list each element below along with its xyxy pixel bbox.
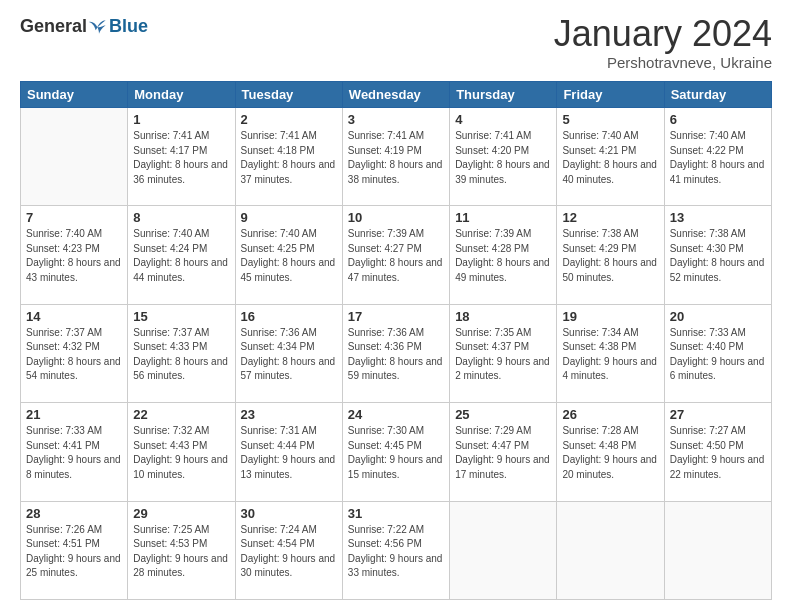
col-friday: Friday bbox=[557, 82, 664, 108]
logo-blue-text: Blue bbox=[109, 16, 148, 37]
day-number: 27 bbox=[670, 407, 766, 422]
day-number: 13 bbox=[670, 210, 766, 225]
day-number: 26 bbox=[562, 407, 658, 422]
col-saturday: Saturday bbox=[664, 82, 771, 108]
header: General Blue January 2024 Pershotravneve… bbox=[20, 16, 772, 71]
day-number: 9 bbox=[241, 210, 337, 225]
day-info: Sunrise: 7:38 AMSunset: 4:29 PMDaylight:… bbox=[562, 227, 658, 285]
day-info: Sunrise: 7:33 AMSunset: 4:41 PMDaylight:… bbox=[26, 424, 122, 482]
table-row: 13Sunrise: 7:38 AMSunset: 4:30 PMDayligh… bbox=[664, 206, 771, 304]
table-row: 14Sunrise: 7:37 AMSunset: 4:32 PMDayligh… bbox=[21, 304, 128, 402]
day-number: 30 bbox=[241, 506, 337, 521]
day-info: Sunrise: 7:32 AMSunset: 4:43 PMDaylight:… bbox=[133, 424, 229, 482]
day-number: 16 bbox=[241, 309, 337, 324]
day-info: Sunrise: 7:33 AMSunset: 4:40 PMDaylight:… bbox=[670, 326, 766, 384]
day-number: 24 bbox=[348, 407, 444, 422]
day-info: Sunrise: 7:40 AMSunset: 4:23 PMDaylight:… bbox=[26, 227, 122, 285]
calendar-week-row: 21Sunrise: 7:33 AMSunset: 4:41 PMDayligh… bbox=[21, 403, 772, 501]
day-number: 6 bbox=[670, 112, 766, 127]
table-row: 18Sunrise: 7:35 AMSunset: 4:37 PMDayligh… bbox=[450, 304, 557, 402]
table-row: 17Sunrise: 7:36 AMSunset: 4:36 PMDayligh… bbox=[342, 304, 449, 402]
day-info: Sunrise: 7:39 AMSunset: 4:28 PMDaylight:… bbox=[455, 227, 551, 285]
table-row: 15Sunrise: 7:37 AMSunset: 4:33 PMDayligh… bbox=[128, 304, 235, 402]
col-monday: Monday bbox=[128, 82, 235, 108]
table-row: 24Sunrise: 7:30 AMSunset: 4:45 PMDayligh… bbox=[342, 403, 449, 501]
day-info: Sunrise: 7:36 AMSunset: 4:36 PMDaylight:… bbox=[348, 326, 444, 384]
day-number: 18 bbox=[455, 309, 551, 324]
day-info: Sunrise: 7:37 AMSunset: 4:32 PMDaylight:… bbox=[26, 326, 122, 384]
day-info: Sunrise: 7:40 AMSunset: 4:21 PMDaylight:… bbox=[562, 129, 658, 187]
table-row bbox=[664, 501, 771, 599]
day-info: Sunrise: 7:24 AMSunset: 4:54 PMDaylight:… bbox=[241, 523, 337, 581]
table-row: 26Sunrise: 7:28 AMSunset: 4:48 PMDayligh… bbox=[557, 403, 664, 501]
day-number: 23 bbox=[241, 407, 337, 422]
day-number: 7 bbox=[26, 210, 122, 225]
table-row: 9Sunrise: 7:40 AMSunset: 4:25 PMDaylight… bbox=[235, 206, 342, 304]
day-info: Sunrise: 7:25 AMSunset: 4:53 PMDaylight:… bbox=[133, 523, 229, 581]
table-row: 22Sunrise: 7:32 AMSunset: 4:43 PMDayligh… bbox=[128, 403, 235, 501]
title-section: January 2024 Pershotravneve, Ukraine bbox=[554, 16, 772, 71]
location-subtitle: Pershotravneve, Ukraine bbox=[554, 54, 772, 71]
day-info: Sunrise: 7:41 AMSunset: 4:19 PMDaylight:… bbox=[348, 129, 444, 187]
table-row: 11Sunrise: 7:39 AMSunset: 4:28 PMDayligh… bbox=[450, 206, 557, 304]
day-number: 12 bbox=[562, 210, 658, 225]
calendar-week-row: 14Sunrise: 7:37 AMSunset: 4:32 PMDayligh… bbox=[21, 304, 772, 402]
table-row: 21Sunrise: 7:33 AMSunset: 4:41 PMDayligh… bbox=[21, 403, 128, 501]
table-row: 8Sunrise: 7:40 AMSunset: 4:24 PMDaylight… bbox=[128, 206, 235, 304]
day-number: 31 bbox=[348, 506, 444, 521]
day-number: 14 bbox=[26, 309, 122, 324]
calendar-table: Sunday Monday Tuesday Wednesday Thursday… bbox=[20, 81, 772, 600]
table-row: 25Sunrise: 7:29 AMSunset: 4:47 PMDayligh… bbox=[450, 403, 557, 501]
table-row: 1Sunrise: 7:41 AMSunset: 4:17 PMDaylight… bbox=[128, 108, 235, 206]
day-number: 4 bbox=[455, 112, 551, 127]
calendar-week-row: 7Sunrise: 7:40 AMSunset: 4:23 PMDaylight… bbox=[21, 206, 772, 304]
day-number: 3 bbox=[348, 112, 444, 127]
day-info: Sunrise: 7:40 AMSunset: 4:22 PMDaylight:… bbox=[670, 129, 766, 187]
day-number: 15 bbox=[133, 309, 229, 324]
day-number: 8 bbox=[133, 210, 229, 225]
day-info: Sunrise: 7:28 AMSunset: 4:48 PMDaylight:… bbox=[562, 424, 658, 482]
day-number: 1 bbox=[133, 112, 229, 127]
day-info: Sunrise: 7:40 AMSunset: 4:25 PMDaylight:… bbox=[241, 227, 337, 285]
calendar-week-row: 1Sunrise: 7:41 AMSunset: 4:17 PMDaylight… bbox=[21, 108, 772, 206]
table-row bbox=[450, 501, 557, 599]
table-row: 31Sunrise: 7:22 AMSunset: 4:56 PMDayligh… bbox=[342, 501, 449, 599]
month-title: January 2024 bbox=[554, 16, 772, 52]
day-info: Sunrise: 7:22 AMSunset: 4:56 PMDaylight:… bbox=[348, 523, 444, 581]
day-number: 29 bbox=[133, 506, 229, 521]
logo-bird-icon bbox=[89, 17, 109, 37]
table-row: 10Sunrise: 7:39 AMSunset: 4:27 PMDayligh… bbox=[342, 206, 449, 304]
day-number: 11 bbox=[455, 210, 551, 225]
page: General Blue January 2024 Pershotravneve… bbox=[0, 0, 792, 612]
day-number: 25 bbox=[455, 407, 551, 422]
table-row: 2Sunrise: 7:41 AMSunset: 4:18 PMDaylight… bbox=[235, 108, 342, 206]
table-row: 12Sunrise: 7:38 AMSunset: 4:29 PMDayligh… bbox=[557, 206, 664, 304]
table-row: 7Sunrise: 7:40 AMSunset: 4:23 PMDaylight… bbox=[21, 206, 128, 304]
table-row: 4Sunrise: 7:41 AMSunset: 4:20 PMDaylight… bbox=[450, 108, 557, 206]
table-row: 19Sunrise: 7:34 AMSunset: 4:38 PMDayligh… bbox=[557, 304, 664, 402]
day-info: Sunrise: 7:41 AMSunset: 4:20 PMDaylight:… bbox=[455, 129, 551, 187]
table-row: 28Sunrise: 7:26 AMSunset: 4:51 PMDayligh… bbox=[21, 501, 128, 599]
calendar-header-row: Sunday Monday Tuesday Wednesday Thursday… bbox=[21, 82, 772, 108]
table-row bbox=[21, 108, 128, 206]
table-row: 23Sunrise: 7:31 AMSunset: 4:44 PMDayligh… bbox=[235, 403, 342, 501]
day-info: Sunrise: 7:38 AMSunset: 4:30 PMDaylight:… bbox=[670, 227, 766, 285]
day-info: Sunrise: 7:40 AMSunset: 4:24 PMDaylight:… bbox=[133, 227, 229, 285]
day-info: Sunrise: 7:30 AMSunset: 4:45 PMDaylight:… bbox=[348, 424, 444, 482]
day-number: 17 bbox=[348, 309, 444, 324]
day-info: Sunrise: 7:39 AMSunset: 4:27 PMDaylight:… bbox=[348, 227, 444, 285]
col-sunday: Sunday bbox=[21, 82, 128, 108]
logo: General Blue bbox=[20, 16, 148, 37]
table-row: 27Sunrise: 7:27 AMSunset: 4:50 PMDayligh… bbox=[664, 403, 771, 501]
logo-general-text: General bbox=[20, 16, 87, 37]
day-info: Sunrise: 7:34 AMSunset: 4:38 PMDaylight:… bbox=[562, 326, 658, 384]
day-number: 22 bbox=[133, 407, 229, 422]
table-row: 29Sunrise: 7:25 AMSunset: 4:53 PMDayligh… bbox=[128, 501, 235, 599]
day-info: Sunrise: 7:36 AMSunset: 4:34 PMDaylight:… bbox=[241, 326, 337, 384]
table-row: 30Sunrise: 7:24 AMSunset: 4:54 PMDayligh… bbox=[235, 501, 342, 599]
day-info: Sunrise: 7:29 AMSunset: 4:47 PMDaylight:… bbox=[455, 424, 551, 482]
table-row: 6Sunrise: 7:40 AMSunset: 4:22 PMDaylight… bbox=[664, 108, 771, 206]
table-row bbox=[557, 501, 664, 599]
day-number: 19 bbox=[562, 309, 658, 324]
day-info: Sunrise: 7:26 AMSunset: 4:51 PMDaylight:… bbox=[26, 523, 122, 581]
